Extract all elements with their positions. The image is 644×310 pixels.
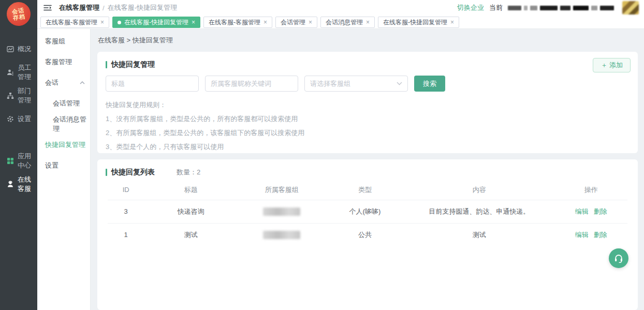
submenu-item-service-group[interactable]: 客服组 xyxy=(37,31,90,52)
cell-actions: 编辑删除 xyxy=(554,223,627,246)
submenu-item-label: 设置 xyxy=(45,161,58,170)
rule-line-2: 2、有所属客服组，类型是公共的，该客服组下的客服可以搜索使用 xyxy=(106,126,630,140)
collapse-menu-icon[interactable] xyxy=(43,4,52,11)
app-logo[interactable]: 会话 存档 xyxy=(5,1,32,27)
primary-sidebar: 会话 存档 概况员工管理部门管理设置应用中心在线客服 xyxy=(0,0,37,310)
rule-line-1: 1、没有所属客服组，类型是公共的，所有的客服都可以搜索使用 xyxy=(106,112,630,126)
sidebar-item-label: 员工管理 xyxy=(18,63,37,82)
sidebar-item-settings[interactable]: 设置 xyxy=(0,107,37,130)
sidebar-item-overview[interactable]: 概况 xyxy=(0,37,37,61)
sidebar-item-label: 部门管理 xyxy=(18,86,37,105)
tab-label: 会话消息管理 xyxy=(326,18,363,27)
submenu-item-label: 快捷回复管理 xyxy=(45,140,85,150)
chevron-down-icon xyxy=(397,82,402,85)
sidebar-item-label: 应用中心 xyxy=(18,152,37,170)
tab-close-icon[interactable]: × xyxy=(192,19,195,25)
tab-label: 在线客服-客服管理 xyxy=(209,18,260,27)
panel-title: 快捷回复列表 xyxy=(111,168,155,177)
tab-bar: 在线客服-客服管理×在线客服-快捷回复管理×在线客服-客服管理×会话管理×会话消… xyxy=(37,16,644,29)
tab-5[interactable]: 在线客服-快捷回复管理× xyxy=(378,17,459,28)
cell-type: 个人(哆哆) xyxy=(326,200,404,223)
tab-close-icon[interactable]: × xyxy=(309,19,312,25)
tab-close-icon[interactable]: × xyxy=(450,19,454,25)
apps-icon xyxy=(7,157,14,165)
delete-link[interactable]: 删除 xyxy=(594,208,607,215)
current-company-label: 当前 xyxy=(489,3,503,12)
title-accent-bar xyxy=(106,169,107,176)
redacted-company-info xyxy=(508,6,614,10)
submenu-item-session-message-management[interactable]: 会话消息管理 xyxy=(37,114,90,135)
tab-close-icon[interactable]: × xyxy=(366,19,370,25)
sidebar-item-label: 概况 xyxy=(18,45,31,54)
app-root: 会话 存档 概况员工管理部门管理设置应用中心在线客服 在线客服管理 / 在线客服… xyxy=(0,0,644,310)
rule-line-0: 快捷回复使用规则： xyxy=(106,98,630,112)
tab-close-icon[interactable]: × xyxy=(264,19,267,25)
quick-reply-management-panel: 快捷回复管理 ＋ 添加 请选择客服组 搜索 快捷回复使用规则：1、没有所属客服组… xyxy=(97,52,638,153)
tab-close-icon[interactable]: × xyxy=(100,19,104,25)
sidebar-item-online-service[interactable]: 在线客服 xyxy=(0,172,37,196)
table-row: 3快递咨询个人(哆哆)目前支持圆通、韵达、申通快递。编辑删除 xyxy=(108,200,627,223)
column-header: 所属客服组 xyxy=(238,180,326,200)
sidebar-item-app-center[interactable]: 应用中心 xyxy=(0,149,37,172)
sidebar-item-staff-management[interactable]: 员工管理 xyxy=(0,61,37,84)
title-input[interactable] xyxy=(106,76,199,92)
submenu-item-session[interactable]: 会话 xyxy=(37,72,90,93)
sidebar-item-label: 在线客服 xyxy=(18,175,37,194)
overview-icon xyxy=(7,46,14,53)
cell-title: 测试 xyxy=(144,223,238,246)
submenu-item-session-management[interactable]: 会话管理 xyxy=(37,93,90,114)
nickname-keyword-input[interactable] xyxy=(205,76,298,92)
panel-header: 快捷回复管理 ＋ 添加 xyxy=(106,52,630,69)
tab-2[interactable]: 在线客服-客服管理× xyxy=(203,17,272,28)
column-header: 内容 xyxy=(404,180,554,200)
cell-type: 公共 xyxy=(326,223,404,246)
edit-link[interactable]: 编辑 xyxy=(575,231,589,239)
cell-group xyxy=(238,223,326,246)
quick-reply-list-panel: 快捷回复列表 数量：2 ID标题所属客服组类型内容操作 3快递咨询个人(哆哆)目… xyxy=(97,159,638,310)
headset-icon xyxy=(613,253,624,263)
chevron-up-icon xyxy=(80,81,85,84)
tab-3[interactable]: 会话管理× xyxy=(275,17,317,28)
add-button[interactable]: ＋ 添加 xyxy=(593,58,631,72)
breadcrumb-separator: / xyxy=(103,4,105,12)
search-form: 请选择客服组 搜索 xyxy=(106,76,630,92)
switch-company-link[interactable]: 切换企业 xyxy=(457,3,484,12)
top-bar: 在线客服管理 / 在线客服-快捷回复管理 切换企业 当前 xyxy=(37,0,644,16)
tab-1-active[interactable]: 在线客服-快捷回复管理× xyxy=(112,17,200,28)
secondary-sidebar: 客服组客服管理会话会话管理会话消息管理快捷回复管理设置 xyxy=(37,29,91,310)
tab-label: 在线客服-客服管理 xyxy=(46,18,97,27)
table-row: 1测试公共测试编辑删除 xyxy=(108,223,627,246)
gear-icon xyxy=(7,115,14,123)
service-group-select[interactable]: 请选择客服组 xyxy=(304,76,408,92)
page-breadcrumb: 在线客服 > 快捷回复管理 xyxy=(91,29,644,52)
search-button[interactable]: 搜索 xyxy=(414,76,445,92)
submenu-item-quick-reply-management[interactable]: 快捷回复管理 xyxy=(37,135,90,155)
breadcrumb-root[interactable]: 在线客服管理 xyxy=(59,3,99,12)
cell-title: 快递咨询 xyxy=(144,200,238,223)
select-placeholder: 请选择客服组 xyxy=(310,79,350,88)
submenu-item-label: 客服组 xyxy=(45,37,65,46)
avatar[interactable] xyxy=(622,1,639,14)
tab-0[interactable]: 在线客服-客服管理× xyxy=(40,17,109,28)
rule-line-3: 3、类型是个人的，只有该客服可以使用 xyxy=(106,140,630,154)
sidebar-item-department-management[interactable]: 部门管理 xyxy=(0,84,37,107)
submenu-item-label: 客服管理 xyxy=(45,57,72,67)
active-tab-dot xyxy=(118,21,121,24)
edit-link[interactable]: 编辑 xyxy=(575,208,589,215)
delete-link[interactable]: 删除 xyxy=(594,231,607,239)
cell-id: 1 xyxy=(108,223,144,246)
submenu-item-label: 会话管理 xyxy=(53,99,80,108)
tab-label: 会话管理 xyxy=(281,18,305,27)
logo-text-line2: 存档 xyxy=(12,13,25,21)
main-content: 在线客服 > 快捷回复管理 快捷回复管理 ＋ 添加 请选择客服组 搜索 快捷回复… xyxy=(91,29,644,310)
customer-service-float-button[interactable] xyxy=(609,248,628,268)
tab-label: 在线客服-快捷回复管理 xyxy=(383,18,447,27)
tab-4[interactable]: 会话消息管理× xyxy=(320,17,375,28)
column-header: ID xyxy=(108,180,144,200)
top-bar-right: 切换企业 当前 xyxy=(457,0,639,16)
submenu-item-service-management[interactable]: 客服管理 xyxy=(37,52,90,72)
column-header: 操作 xyxy=(554,180,627,200)
cell-actions: 编辑删除 xyxy=(554,200,627,223)
submenu-item-sub-settings[interactable]: 设置 xyxy=(37,155,90,176)
usage-rules: 快捷回复使用规则：1、没有所属客服组，类型是公共的，所有的客服都可以搜索使用2、… xyxy=(106,98,630,154)
